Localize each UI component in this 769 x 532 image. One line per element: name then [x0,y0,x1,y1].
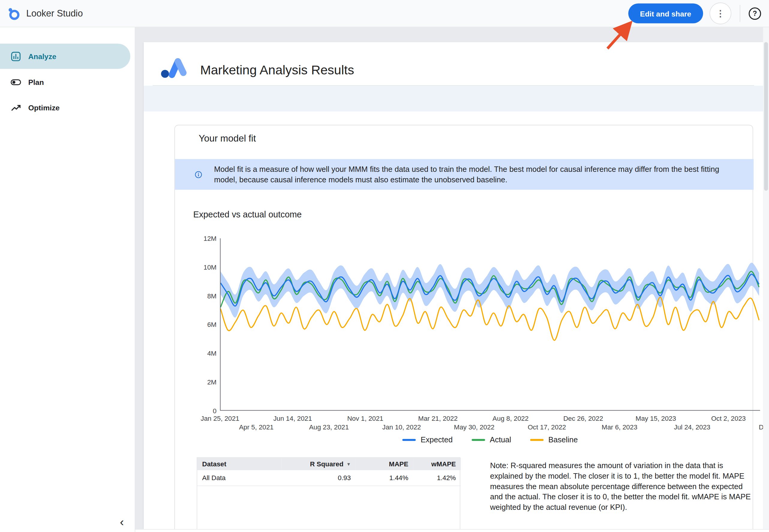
note-text: Note: R-squared measures the amount of v… [490,460,755,512]
x-tick-label: Jan 10, 2022 [382,424,421,431]
legend-swatch [471,439,485,441]
table-cell: 1.42% [413,470,461,486]
legend-item-baseline[interactable]: Baseline [530,435,578,444]
x-tick-label: Jun 14, 2021 [273,415,312,422]
bottom-strip [135,529,769,532]
kebab-icon: ⋮ [716,8,725,19]
help-icon: ? [749,7,761,19]
x-tick-label: Jul 24, 2023 [674,424,711,431]
model-fit-card: Your model fit Model fit is a measure of… [175,125,753,529]
table-cell: 1.44% [356,470,413,486]
chart-heading: Expected vs actual outcome [193,210,302,220]
x-tick-label: Nov 1, 2021 [347,415,383,422]
x-tick-label: Apr 5, 2021 [239,424,274,431]
x-tick-label: Oct 17, 2022 [528,424,566,431]
info-banner: Model fit is a measure of how well your … [175,159,754,190]
analyze-icon [10,51,21,61]
table-header-row: DatasetR Squared▼MAPEwMAPE [197,458,461,470]
app-title: Looker Studio [26,8,83,19]
meridian-logo [160,53,192,79]
optimize-icon [10,102,21,113]
legend-item-actual[interactable]: Actual [471,435,511,444]
model-fit-table: DatasetR Squared▼MAPEwMAPE All Data0.931… [197,457,460,529]
x-tick-label: Oct 2, 2023 [711,415,746,422]
legend-label: Baseline [548,435,578,444]
sidebar-item-label: Optimize [28,103,60,112]
plan-icon [10,76,21,87]
app-window: Looker Studio Edit and share ⋮ ? Analyze [0,0,769,532]
sidebar-item-label: Analyze [28,52,56,60]
x-tick-label: May 15, 2023 [636,415,676,422]
scrollbar[interactable] [763,27,769,532]
y-axis-labels: 02M4M6M8M10M12M [185,238,217,411]
legend-label: Actual [490,435,511,444]
chart-axes [220,238,760,411]
sidebar-item-plan[interactable]: Plan [0,69,130,94]
baseline-line [220,297,759,340]
table-cell: All Data [197,470,282,486]
card-title: Your model fit [199,133,256,144]
x-tick-label: Mar 21, 2022 [418,415,457,422]
topbar-divider [740,5,741,22]
topbar-actions: Edit and share ⋮ ? [628,2,769,24]
brand: Looker Studio [0,7,83,20]
edit-and-share-button[interactable]: Edit and share [628,4,703,23]
y-tick-label: 10M [185,264,217,271]
chart-legend: ExpectedActualBaseline [220,435,760,444]
more-options-button[interactable]: ⋮ [710,2,732,24]
x-tick-label: May 30, 2022 [454,424,495,431]
section-band [144,86,763,112]
line-chart[interactable] [220,238,760,411]
y-tick-label: 8M [185,292,217,300]
y-tick-label: 2M [185,378,217,386]
column-header-wmape[interactable]: wMAPE [413,458,461,470]
report-title: Marketing Analysis Results [200,62,354,78]
y-tick-label: 0 [185,407,217,415]
y-tick-label: 4M [185,350,217,357]
help-button[interactable]: ? [749,7,761,19]
x-tick-label: Mar 6, 2023 [602,424,637,431]
table-cell: 0.93 [281,470,356,486]
report-page: Marketing Analysis Results Your model fi… [144,42,763,529]
sidebar-item-label: Plan [28,78,44,86]
sort-arrow-icon: ▼ [346,462,351,467]
x-tick-label: Aug 23, 2021 [309,424,349,431]
table-row[interactable]: All Data0.931.44%1.42% [197,470,461,486]
x-tick-label: Aug 8, 2022 [492,415,528,422]
y-tick-label: 12M [185,235,217,242]
x-tick-label: Dec [759,424,763,431]
scrollbar-thumb[interactable] [764,42,768,191]
x-tick-label: Dec 26, 2022 [563,415,603,422]
legend-label: Expected [420,435,453,444]
sidebar-nav: Analyze Plan Optimize [0,27,135,121]
column-header-mape[interactable]: MAPE [356,458,413,470]
sidebar-item-optimize[interactable]: Optimize [0,95,130,120]
topbar: Looker Studio Edit and share ⋮ ? [0,0,769,27]
info-banner-text: Model fit is a measure of how well your … [214,164,737,185]
x-axis-labels: Jan 25, 2021Apr 5, 2021Jun 14, 2021Aug 2… [220,414,763,433]
looker-studio-logo [7,7,20,20]
confidence-band [220,263,759,318]
main-area: Marketing Analysis Results Your model fi… [135,27,769,532]
info-icon [195,169,202,180]
sidebar-item-analyze[interactable]: Analyze [0,43,130,69]
column-header-dataset[interactable]: Dataset [197,458,282,470]
legend-swatch [402,439,416,441]
legend-item-expected[interactable]: Expected [402,435,453,444]
y-tick-label: 6M [185,321,217,329]
legend-swatch [530,439,543,441]
column-header-r-squared[interactable]: R Squared▼ [281,458,356,470]
sidebar: Analyze Plan Optimize ‹ [0,27,135,532]
collapse-sidebar-button[interactable]: ‹ [120,516,124,528]
x-tick-label: Jan 25, 2021 [201,415,239,422]
